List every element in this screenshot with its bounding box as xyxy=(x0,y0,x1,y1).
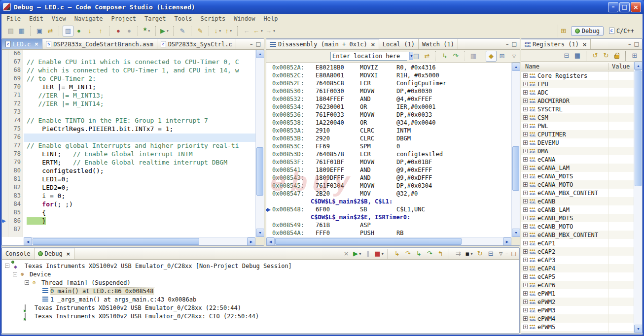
expand-icon[interactable]: + xyxy=(523,207,528,212)
layout-icon[interactable]: ▦ xyxy=(572,50,583,61)
toggle-mark-icon[interactable]: ✎ xyxy=(195,26,206,36)
code-line[interactable]: IER |= M_INT1; xyxy=(24,83,255,92)
external-tools-icon[interactable]: ▶▼ xyxy=(159,26,170,36)
breakpoint-disabled-icon[interactable]: ● xyxy=(124,26,135,36)
expand-icon[interactable]: + xyxy=(523,216,528,220)
dropdown-arrow-icon[interactable]: ▼ xyxy=(273,30,276,33)
suspend-icon[interactable]: ‖ xyxy=(362,248,373,259)
scroll-thumb[interactable] xyxy=(33,238,199,245)
refresh-icon[interactable]: ↻ xyxy=(474,248,485,259)
register-row[interactable]: +●●●0101DEVEMU xyxy=(521,138,634,147)
expand-icon[interactable]: + xyxy=(523,199,528,203)
register-row[interactable]: +●●●0101eCANB_MOTS xyxy=(521,214,634,222)
disassembly-vscrollbar[interactable]: ▲ ▼ xyxy=(511,63,520,237)
expand-icon[interactable]: + xyxy=(523,149,528,153)
debug-tree-row[interactable]: Texas Instruments XDS100v2 USB Emulator_… xyxy=(2,312,519,321)
code-line[interactable]: LED1=0; xyxy=(24,175,255,184)
code-line[interactable] xyxy=(24,50,255,58)
step-into-asm-icon[interactable]: ↳ xyxy=(413,248,424,259)
scroll-down-icon[interactable]: ▼ xyxy=(512,229,520,237)
step-over-asm-icon[interactable]: ↷ xyxy=(450,51,461,62)
debug-tree-row[interactable]: −⊛Device xyxy=(2,270,519,279)
scroll-left-icon[interactable]: ◀ xyxy=(24,237,32,246)
scroll-thumb[interactable] xyxy=(275,238,462,245)
register-row[interactable]: +●●●0101ePWM5 xyxy=(521,323,634,331)
disasm-row[interactable]: 0x00852C:E80A8001MOVXIR1H, #0x5000 xyxy=(266,72,511,80)
disassembly-hscrollbar[interactable]: ◀ ▶ xyxy=(266,237,511,245)
code-line[interactable]: // which is connected to CPU-Timer 1, an… xyxy=(24,67,255,75)
load-program-icon[interactable]: ↓ xyxy=(84,26,95,36)
disasm-row[interactable]: 0x008538:1A220040OR@34,#0x0040 xyxy=(266,119,511,127)
scroll-thumb[interactable] xyxy=(512,146,519,191)
register-row[interactable]: +●●●0101ePWM3 xyxy=(521,306,634,314)
maximize-button[interactable]: □ xyxy=(619,2,630,12)
scroll-down-icon[interactable]: ▼ xyxy=(256,229,264,237)
close-icon[interactable]: × xyxy=(582,41,587,48)
collapse-icon[interactable]: − xyxy=(5,264,9,268)
dropdown-arrow-icon[interactable]: ▼ xyxy=(382,252,384,255)
expand-icon[interactable]: + xyxy=(523,90,528,95)
menu-edit[interactable]: Edit xyxy=(29,15,43,22)
collapse-icon[interactable]: − xyxy=(25,280,29,285)
expand-icon[interactable]: + xyxy=(523,300,528,304)
close-icon[interactable]: × xyxy=(66,251,71,257)
menu-window[interactable]: Window xyxy=(234,15,255,22)
code-line[interactable] xyxy=(24,134,255,142)
tab-sysctrl-c[interactable]: c DSP2833x_SysCtrl.c xyxy=(157,39,236,49)
disasm-row[interactable]: 0x008545:761F0304MOVWDP,#0x0304 xyxy=(266,182,511,190)
debug-launch-icon[interactable]: *▼ xyxy=(142,26,152,36)
register-row[interactable]: +●●●0101eCAP1 xyxy=(521,239,634,247)
register-row[interactable]: +●●●0101eCANB_MOTO xyxy=(521,222,634,231)
registers-vscrollbar[interactable]: ▲ ▼ xyxy=(634,62,642,333)
show-source-icon[interactable]: ▤ xyxy=(411,51,422,62)
debug-launch-tree[interactable]: −◆Texas Instruments XDS100v2 USB Emulato… xyxy=(2,260,519,333)
expand-icon[interactable]: + xyxy=(523,174,528,178)
close-icon[interactable]: × xyxy=(34,41,38,47)
code-line[interactable]: // Enable TINTO in the PIE: Group 1 inte… xyxy=(24,117,255,125)
column-value[interactable]: Value xyxy=(609,63,630,70)
perspective-debug[interactable]: Debug xyxy=(571,26,604,36)
register-row[interactable]: +●●●0101eCAP3 xyxy=(521,256,634,264)
refresh-icon[interactable]: ↺ xyxy=(590,50,601,61)
code-line[interactable]: EINT; // Enable Global interrupt INTM xyxy=(24,150,255,159)
menu-navigate[interactable]: Navigate xyxy=(74,15,103,22)
editor-vscrollbar[interactable]: ▲ ▼ xyxy=(255,50,264,237)
code-line[interactable]: } xyxy=(24,217,255,226)
dropdown-arrow-icon[interactable]: ▼ xyxy=(218,30,221,33)
copy-path-icon[interactable]: ▣ xyxy=(34,26,45,36)
register-row[interactable]: +●●●0101ePWM6 xyxy=(521,331,634,333)
register-row[interactable]: +●●●0101eCANA_LAM xyxy=(521,164,634,172)
menu-target[interactable]: Target xyxy=(144,15,166,22)
refresh-all-icon[interactable]: ↻ xyxy=(601,50,611,61)
dropdown-arrow-icon[interactable]: ▼ xyxy=(470,252,473,255)
tab-registers[interactable]: 10100101 Registers (1) × xyxy=(521,39,591,49)
tab-console[interactable]: Console xyxy=(2,248,35,259)
expand-icon[interactable]: + xyxy=(523,107,528,111)
step-over-asm-icon[interactable]: ↷ xyxy=(424,248,435,259)
register-row[interactable]: +●●●0101eCANB_LAM xyxy=(521,205,634,214)
code-line[interactable]: i = 0; xyxy=(24,192,255,201)
next-annotation-icon[interactable]: ↑▼ xyxy=(223,26,234,36)
open-perspective-icon[interactable]: ⊞ xyxy=(558,26,569,36)
expand-icon[interactable]: + xyxy=(523,249,528,254)
code-line[interactable]: // Enable CPU int1 which is connected to… xyxy=(24,58,255,67)
collapse-all-icon[interactable]: ⊟ xyxy=(485,248,496,259)
tab-local[interactable]: Local (1) xyxy=(379,39,419,49)
menu-project[interactable]: Project xyxy=(111,15,137,22)
disasm-row[interactable]: 0x00854A:FFF0PUSHRB xyxy=(266,230,511,237)
register-row[interactable]: +●●●0101DMA xyxy=(521,147,634,155)
disasm-row[interactable]: 0x008541:1809EFFFAND@9,#0xEFFF xyxy=(266,167,511,174)
chip-icon[interactable]: ▪▼ xyxy=(464,248,474,259)
scroll-thumb[interactable] xyxy=(256,147,263,196)
disconnect-icon[interactable]: × xyxy=(341,248,352,259)
code-line[interactable]: // to CPU-Timer 2: xyxy=(24,75,255,83)
column-name[interactable]: Name xyxy=(521,63,609,70)
register-row[interactable]: +●●●0101eCAP4 xyxy=(521,264,634,272)
print-icon[interactable]: ▦ xyxy=(16,26,27,36)
filter-icon[interactable]: ⇉ xyxy=(453,248,464,259)
terminate-icon[interactable]: ■▼ xyxy=(373,248,385,259)
disasm-row[interactable]: 0x008543:1809DFFFAND@9,#0xDFFF xyxy=(266,174,511,182)
disasm-row[interactable]: 0x008534:76230001ORIER,#0x0001 xyxy=(266,103,511,111)
last-edit-location-icon[interactable]: ↓▼ xyxy=(213,26,223,36)
expand-icon[interactable]: + xyxy=(523,266,528,270)
